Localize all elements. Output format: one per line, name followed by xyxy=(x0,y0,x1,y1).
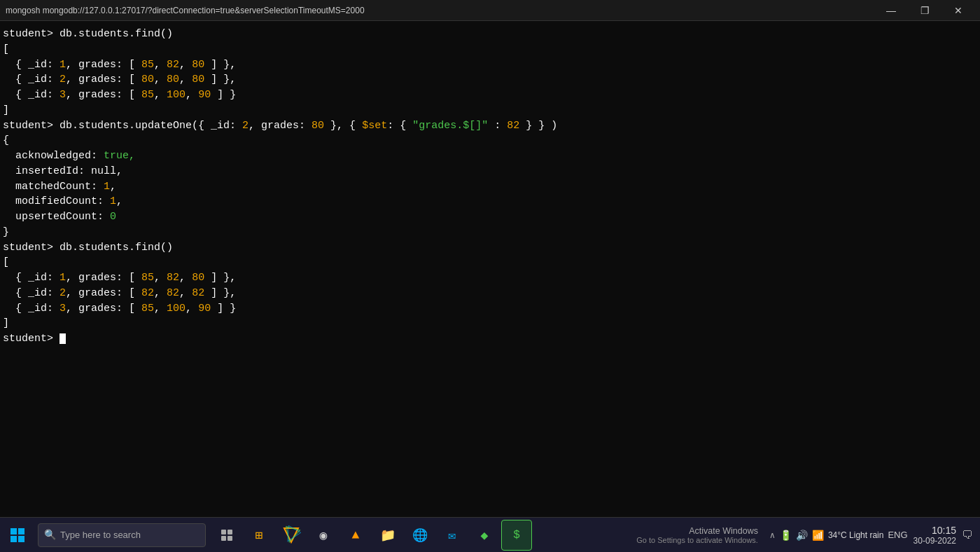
terminal-line: { _id: 1, grades: [ 85, 82, 80 ] }, xyxy=(3,270,977,286)
terminal-line: [ xyxy=(3,255,977,270)
start-button[interactable] xyxy=(0,518,35,553)
terminal-line: modifiedCount: 1, xyxy=(3,194,977,209)
terminal-line: } xyxy=(3,225,977,240)
clock-date: 30-09-2022 xyxy=(913,536,956,546)
svg-rect-0 xyxy=(221,530,226,534)
terminal-line: acknowledged: true, xyxy=(3,149,977,164)
taskbar-mail[interactable]: ✉ xyxy=(437,520,468,551)
taskbar-edge[interactable]: 🌐 xyxy=(405,520,435,551)
titlebar: mongosh mongodb://127.0.0.1:27017/?direc… xyxy=(0,0,980,21)
terminal-line: { _id: 2, grades: [ 82, 82, 82 ] }, xyxy=(3,286,977,301)
terminal-line: student> db.students.find() xyxy=(3,27,977,42)
terminal-line: upsertedCount: 0 xyxy=(3,209,977,225)
winget-icon[interactable]: ⊞ xyxy=(244,520,274,551)
search-placeholder: Type here to search xyxy=(60,530,141,540)
titlebar-controls: — ❐ ✕ xyxy=(875,0,974,21)
tray-chevron[interactable]: ∧ xyxy=(769,530,776,540)
svg-rect-2 xyxy=(221,536,226,541)
terminal-line: { _id: 1, grades: [ 85, 82, 80 ] }, xyxy=(3,57,977,73)
terminal-line: insertedId: null, xyxy=(3,164,977,179)
taskbar-terminal[interactable]: $ xyxy=(501,520,532,551)
tray-wifi[interactable]: 📶 xyxy=(812,530,824,541)
minimize-button[interactable]: — xyxy=(875,0,907,21)
svg-rect-1 xyxy=(227,530,232,534)
terminal[interactable]: student> db.students.find() [ { _id: 1, … xyxy=(0,21,980,517)
taskbar-right: Activate Windows Go to Settings to activ… xyxy=(636,525,980,546)
activate-windows-notice: Activate Windows Go to Settings to activ… xyxy=(636,526,758,544)
taskbar-app-extra[interactable]: ◆ xyxy=(469,520,500,551)
task-view-button[interactable] xyxy=(211,520,242,551)
taskbar-app-1[interactable] xyxy=(276,520,307,551)
clock[interactable]: 10:15 30-09-2022 xyxy=(913,525,956,546)
terminal-line: student> db.students.find() xyxy=(3,240,977,256)
terminal-line: { _id: 2, grades: [ 80, 80, 80 ] }, xyxy=(3,72,977,88)
tray-lang: ENG xyxy=(888,530,907,540)
taskbar-icons: ⊞ ◉ ▲ 📁 🌐 ✉ ◆ $ xyxy=(211,520,532,551)
terminal-line: { _id: 3, grades: [ 85, 100, 90 ] } xyxy=(3,301,977,317)
titlebar-title: mongosh mongodb://127.0.0.1:27017/?direc… xyxy=(6,6,365,15)
terminal-line: matchedCount: 1, xyxy=(3,179,977,195)
taskbar-app-vlc[interactable]: ▲ xyxy=(340,520,371,551)
terminal-line: student> db.students.updateOne({ _id: 2,… xyxy=(3,118,977,134)
notification-icon[interactable]: 🗨 xyxy=(962,529,973,541)
cursor xyxy=(59,333,66,344)
terminal-line: { xyxy=(3,133,977,149)
taskbar-files[interactable]: 📁 xyxy=(372,520,403,551)
clock-time: 10:15 xyxy=(913,525,956,536)
terminal-prompt-line: student> xyxy=(3,331,977,347)
maximize-button[interactable]: ❐ xyxy=(909,0,941,21)
tray-volume[interactable]: 🔊 xyxy=(796,530,808,541)
tray-battery: 🔋 xyxy=(780,530,792,541)
search-icon: 🔍 xyxy=(44,529,56,541)
terminal-line: { _id: 3, grades: [ 85, 100, 90 ] } xyxy=(3,88,977,103)
taskbar-search-circle[interactable]: ◉ xyxy=(308,520,339,551)
taskbar: 🔍 Type here to search ⊞ ◉ ▲ xyxy=(0,517,980,552)
svg-rect-3 xyxy=(227,536,232,541)
close-button[interactable]: ✕ xyxy=(942,0,974,21)
windows-icon xyxy=(10,528,24,542)
terminal-line: ] xyxy=(3,103,977,118)
search-bar[interactable]: 🔍 Type here to search xyxy=(38,523,206,547)
terminal-line: ] xyxy=(3,316,977,331)
tray-temp: 34°C Light rain xyxy=(828,530,884,540)
terminal-line: [ xyxy=(3,42,977,57)
system-tray: ∧ 🔋 🔊 📶 34°C Light rain ENG xyxy=(769,530,908,541)
